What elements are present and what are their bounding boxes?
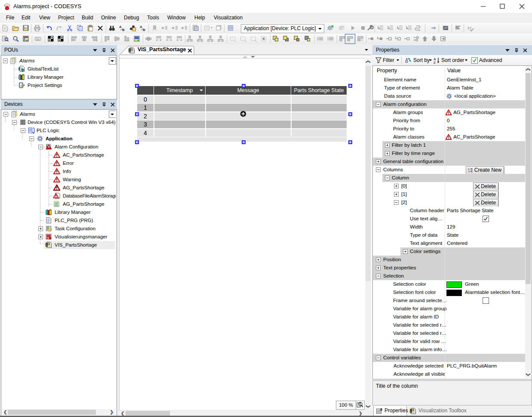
svg-text:Z: Z <box>434 61 436 64</box>
